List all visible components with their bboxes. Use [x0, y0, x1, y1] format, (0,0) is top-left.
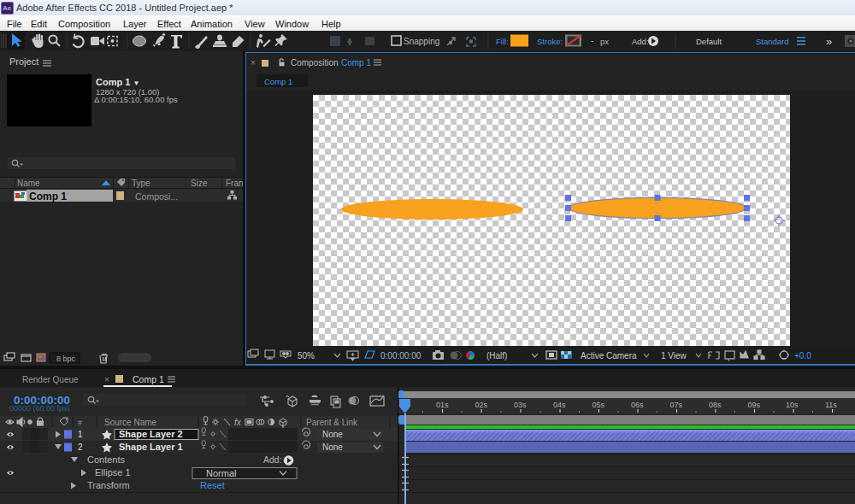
- svg-text:Contents: Contents: [87, 454, 126, 465]
- svg-text:Add:: Add:: [632, 37, 649, 46]
- svg-text:None: None: [322, 430, 343, 439]
- svg-text:Stroke:: Stroke:: [537, 37, 563, 46]
- svg-text:fx: fx: [234, 418, 242, 427]
- svg-text:8 bpc: 8 bpc: [56, 355, 76, 363]
- svg-text:06s: 06s: [631, 401, 644, 409]
- svg-text:-: -: [591, 36, 593, 45]
- svg-text:07s: 07s: [670, 401, 683, 409]
- svg-text:Reset: Reset: [200, 480, 225, 490]
- svg-text:Normal: Normal: [206, 468, 236, 478]
- svg-text:0:00:00:00: 0:00:00:00: [380, 351, 422, 360]
- svg-text:09s: 09s: [748, 401, 761, 409]
- svg-text:08s: 08s: [709, 401, 722, 409]
- svg-text:(Half): (Half): [486, 351, 507, 360]
- svg-text:1: 1: [78, 430, 83, 439]
- svg-text:#: #: [78, 419, 82, 427]
- svg-text:Fill:: Fill:: [496, 37, 509, 46]
- svg-text:»: »: [826, 35, 832, 48]
- svg-text:01s: 01s: [436, 401, 449, 409]
- svg-text:Standard: Standard: [756, 37, 789, 46]
- svg-text:04s: 04s: [553, 401, 566, 409]
- svg-text:Active Camera: Active Camera: [581, 351, 637, 360]
- svg-text:1 View: 1 View: [661, 351, 687, 360]
- svg-text:2: 2: [78, 442, 83, 452]
- svg-text:11s: 11s: [825, 401, 837, 409]
- svg-text:Default: Default: [696, 37, 722, 46]
- svg-text:None: None: [322, 442, 343, 452]
- svg-text:Source Name: Source Name: [104, 418, 157, 427]
- svg-text:Shape Layer 2: Shape Layer 2: [119, 429, 183, 439]
- svg-text:Transform: Transform: [87, 480, 130, 490]
- svg-text:05s: 05s: [593, 401, 605, 409]
- svg-text:Add:: Add:: [263, 454, 282, 465]
- svg-text:px: px: [600, 37, 609, 46]
- svg-text:+0.0: +0.0: [794, 351, 811, 360]
- svg-text:10s: 10s: [786, 401, 799, 409]
- svg-text:Parent & Link: Parent & Link: [306, 418, 358, 427]
- svg-text:50%: 50%: [298, 351, 315, 360]
- svg-text:Shape Layer 1: Shape Layer 1: [119, 442, 183, 452]
- svg-text:02s: 02s: [475, 401, 488, 409]
- svg-text:Snapping: Snapping: [404, 37, 439, 46]
- svg-text:03s: 03s: [514, 401, 527, 409]
- svg-text:Ellipse 1: Ellipse 1: [95, 467, 131, 478]
